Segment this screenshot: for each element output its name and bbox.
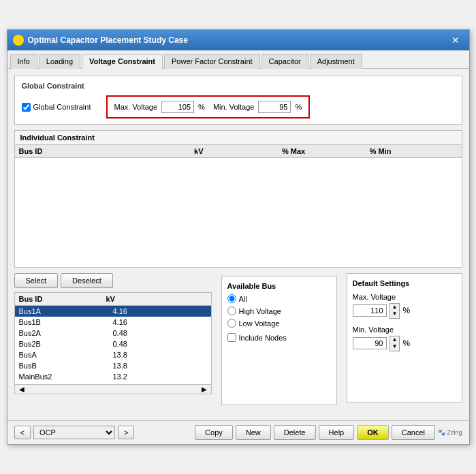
bus-kv-bus2a: 0.48 [113,329,207,337]
ds-max-voltage-field: Max. Voltage ▲ ▼ % [353,293,456,319]
nav-prev-button[interactable]: < [14,426,31,439]
radio-all[interactable] [227,294,236,303]
bus-row-bus1a[interactable]: Bus1A 4.16 [15,306,211,317]
delete-button[interactable]: Delete [274,425,316,440]
copy-button[interactable]: Copy [195,425,233,440]
ds-min-voltage-input-row: ▲ ▼ % [353,336,456,351]
available-bus-box: Available Bus All High Voltage Low Volta… [221,276,337,405]
max-voltage-input[interactable] [161,101,194,113]
bus-list-container: Bus ID kV Bus1A 4.16 Bus1B 4.16 [14,292,212,394]
bus-kv-bus1a: 4.16 [113,307,207,315]
individual-constraint-body [15,158,462,267]
available-bus-title: Available Bus [227,282,331,290]
bus-row-bus2a[interactable]: Bus2A 0.48 [15,328,211,338]
bus-row-busb[interactable]: BusB 13.8 [15,360,211,371]
bus-col-id: Bus ID [19,295,106,303]
radio-low-row: Low Voltage [227,319,331,328]
col-pct-min: % Min [370,147,458,155]
middle-panel: Available Bus All High Voltage Low Volta… [219,273,340,408]
bus-row-busa[interactable]: BusA 13.8 [15,349,211,360]
ds-max-voltage-unit: % [402,306,410,315]
global-constraint-checkbox[interactable] [22,103,31,112]
case-dropdown[interactable]: OCP [33,426,115,439]
select-button[interactable]: Select [14,273,59,288]
scroll-left-btn[interactable]: ◀ [16,385,27,393]
help-button[interactable]: Help [319,425,355,440]
ds-min-voltage-unit: % [402,338,410,348]
col-pct-max: % Max [282,147,370,155]
ds-max-voltage-label: Max. Voltage [353,293,456,301]
tab-loading[interactable]: Loading [39,54,80,69]
default-settings-title: Default Settings [353,279,456,287]
col-bus-id: Bus ID [19,147,195,155]
radio-low-label: Low Voltage [239,319,280,328]
bus-row-bus2b[interactable]: Bus2B 0.48 [15,338,211,349]
ds-max-voltage-down[interactable]: ▼ [390,311,400,317]
include-nodes-row: Include Nodes [227,333,331,342]
ds-min-voltage-field: Min. Voltage ▲ ▼ % [353,326,456,351]
bus-kv-bus2b: 0.48 [113,340,207,348]
scroll-right-btn[interactable]: ▶ [199,385,210,393]
include-nodes-checkbox[interactable] [227,333,236,342]
cancel-button[interactable]: Cancel [392,425,435,440]
tab-adjustment[interactable]: Adjustment [310,54,362,69]
close-button[interactable]: ✕ [447,34,464,46]
tab-bar: Info Loading Voltage Constraint Power Fa… [7,50,469,69]
default-settings-box: Default Settings Max. Voltage ▲ ▼ % [347,273,462,402]
ds-min-voltage-label: Min. Voltage [353,326,456,334]
tab-voltage-constraint[interactable]: Voltage Constraint [82,54,163,69]
ds-min-voltage-down[interactable]: ▼ [390,343,400,350]
ok-button[interactable]: OK [357,425,389,440]
global-constraint-label: Global Constraint [22,82,455,90]
ds-max-voltage-input-row: ▲ ▼ % [353,303,456,319]
min-voltage-label: Min. Voltage [213,103,255,111]
footer-right: Copy New Delete Help OK Cancel [195,425,435,440]
ds-min-voltage-input[interactable] [353,337,387,349]
radio-all-label: All [239,295,247,303]
global-constraint-section: Global Constraint Global Constraint Max.… [14,76,462,125]
include-nodes-label: Include Nodes [239,334,287,342]
footer: < OCP > Copy New Delete Help OK Cancel 🐾… [7,420,469,444]
zzing-text: 🐾 Zzing [438,429,462,436]
col-kv: kV [194,147,282,155]
window-title: Optimal Capacitor Placement Study Case [28,35,188,45]
tab-info[interactable]: Info [10,54,37,69]
individual-constraint-header: Bus ID kV % Max % Min [15,145,462,158]
voltage-range-box: Max. Voltage % Min. Voltage % [106,95,311,118]
radio-high-voltage[interactable] [227,306,236,315]
bus-id-bus1a: Bus1A [19,307,113,315]
bus-kv-busa: 13.8 [113,351,207,359]
bus-id-bus2a: Bus2A [19,329,113,337]
ds-max-voltage-spinner: ▲ ▼ [390,303,400,319]
ds-min-voltage-spinner: ▲ ▼ [390,336,400,351]
bus-kv-busb: 13.8 [113,362,207,370]
scroll-arrows: ◀ ▶ [15,384,211,394]
ds-min-voltage-up[interactable]: ▲ [390,336,400,343]
tab-capacitor[interactable]: Capacitor [261,54,308,69]
global-constraint-checkbox-label: Global Constraint [33,103,91,111]
tab-power-factor[interactable]: Power Factor Constraint [164,54,260,69]
bus-id-bus2b: Bus2B [19,340,113,348]
bus-id-bus1b: Bus1B [19,318,113,326]
bus-id-busb: BusB [19,362,113,370]
ds-max-voltage-up[interactable]: ▲ [390,304,400,311]
ds-max-voltage-input[interactable] [353,304,387,317]
bus-row-mainbus2[interactable]: MainBus2 13.2 [15,371,211,382]
new-button[interactable]: New [236,425,271,440]
main-window: ⚡ Optimal Capacitor Placement Study Case… [7,29,470,445]
bus-col-scroll [193,295,207,303]
min-voltage-unit: % [295,103,302,111]
bottom-section: Select Deselect Bus ID kV Bus1A 4.16 [14,273,462,408]
bus-list-body[interactable]: Bus1A 4.16 Bus1B 4.16 Bus2A 0.48 Bus2B [15,306,211,384]
nav-next-button[interactable]: > [118,426,134,439]
title-bar: ⚡ Optimal Capacitor Placement Study Case… [7,30,469,50]
bus-row-bus1b[interactable]: Bus1B 4.16 [15,317,211,328]
individual-constraint-label: Individual Constraint [15,131,462,145]
radio-low-voltage[interactable] [227,319,236,328]
radio-high-label: High Voltage [239,307,281,315]
min-voltage-input[interactable] [258,101,291,113]
global-constraint-row: Global Constraint Max. Voltage % Min. Vo… [22,95,455,118]
deselect-button[interactable]: Deselect [61,273,113,288]
app-icon: ⚡ [13,35,24,46]
bus-list-header: Bus ID kV [15,293,211,306]
